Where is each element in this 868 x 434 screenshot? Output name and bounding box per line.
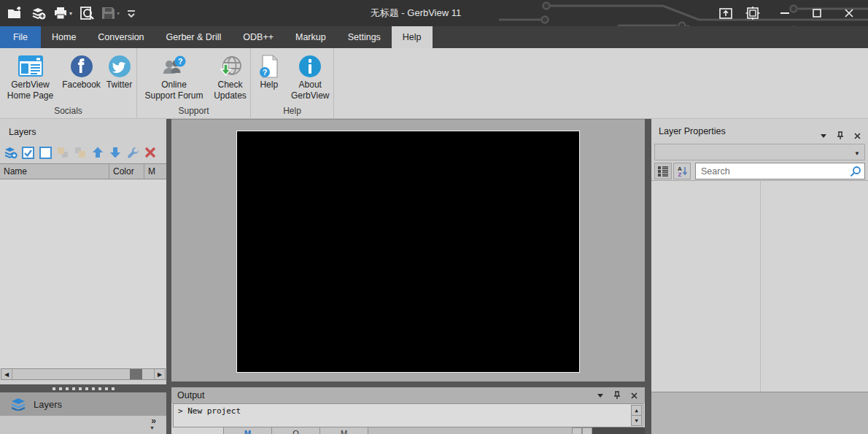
customize-quick-access-icon[interactable]	[125, 4, 137, 22]
help-button[interactable]: ? Help	[251, 48, 287, 90]
output-log[interactable]: > New project ▲ ▼	[173, 403, 643, 427]
delete-layer-icon[interactable]	[143, 145, 158, 160]
column-header-color[interactable]: Color	[109, 164, 144, 179]
output-vertical-scrollbar[interactable]: ▲ ▼	[631, 405, 642, 427]
twitter-button[interactable]: Twitter	[103, 48, 136, 90]
property-grid[interactable]	[651, 180, 868, 392]
tab-strip-end	[592, 427, 645, 434]
button-label: Online	[161, 80, 187, 90]
checked-checkbox-icon[interactable]	[20, 145, 35, 160]
support-forum-icon: ?	[161, 53, 187, 80]
browser-icon	[18, 53, 43, 80]
search-icon[interactable]	[850, 166, 861, 177]
button-label: GerbView	[291, 90, 329, 101]
group-label-support: Support	[137, 106, 250, 116]
gerbview-home-page-button[interactable]: GerbView Home Page	[1, 48, 61, 101]
tab-settings[interactable]: Settings	[337, 26, 392, 48]
tab-odb[interactable]: ODB++	[232, 26, 284, 48]
open-file-icon[interactable]	[6, 4, 24, 22]
unchecked-checkbox-icon[interactable]	[38, 145, 53, 160]
tab-gerber-drill[interactable]: Gerber & Drill	[155, 26, 233, 48]
property-grid-divider[interactable]	[760, 181, 761, 392]
move-up-icon[interactable]	[90, 145, 105, 160]
layers-icon	[10, 398, 26, 411]
left-splitter[interactable]	[166, 119, 171, 434]
sort-az-icon[interactable]: A Z	[673, 163, 691, 179]
button-label: Updates	[214, 90, 247, 101]
output-tab[interactable]: M	[224, 427, 272, 434]
document-page	[236, 131, 580, 373]
print-preview-icon[interactable]	[78, 4, 96, 22]
column-header-name[interactable]: Name	[0, 164, 109, 179]
viewer-canvas[interactable]	[171, 119, 645, 381]
svg-text:?: ?	[177, 57, 182, 66]
overflow-caret-icon[interactable]: ▼	[150, 425, 155, 430]
scroll-up-icon[interactable]: ▲	[631, 405, 642, 416]
layer-properties-titlebar: Layer Properties	[651, 123, 868, 139]
button-label: Help	[260, 80, 278, 90]
tab-label-fragment: O	[292, 429, 299, 434]
close-icon[interactable]	[629, 390, 639, 400]
layers-table-header: Name Color M	[0, 163, 166, 179]
scrollbar-thumb[interactable]	[130, 369, 142, 379]
facebook-button[interactable]: Facebook	[61, 48, 103, 90]
overflow-chevron-icon[interactable]: »	[151, 416, 156, 426]
print-dropdown-icon[interactable]: ▾	[69, 10, 72, 17]
dropdown-icon[interactable]	[818, 131, 829, 141]
print-icon[interactable]: ▾	[52, 4, 74, 22]
raise-layer-icon	[55, 145, 70, 160]
tab-scroll-buttons	[572, 427, 645, 434]
layer-select-combobox[interactable]: ▼	[654, 144, 865, 160]
add-layers-icon[interactable]	[3, 145, 18, 160]
pin-icon[interactable]	[835, 131, 845, 141]
tab-help[interactable]: Help	[392, 26, 433, 48]
move-down-icon[interactable]	[108, 145, 123, 160]
layers-panel-footer: » ▼	[0, 416, 166, 434]
output-tab[interactable]	[171, 427, 224, 434]
chevron-down-icon: ▼	[854, 150, 860, 157]
tab-markup[interactable]: Markup	[284, 26, 337, 48]
tab-scroll-right-icon[interactable]	[582, 427, 592, 434]
minimize-icon[interactable]	[770, 3, 799, 23]
online-support-forum-button[interactable]: ? Online Support Forum	[138, 48, 211, 101]
tab-conversion[interactable]: Conversion	[87, 26, 155, 48]
about-gerbview-button[interactable]: About GerbView	[287, 48, 333, 101]
layer-settings-wrench-icon[interactable]	[125, 145, 140, 160]
categorized-view-icon[interactable]	[654, 163, 672, 179]
right-splitter[interactable]	[645, 119, 651, 434]
output-panel: Output > New project ▲ ▼ M	[171, 387, 645, 434]
tab-home[interactable]: Home	[41, 26, 87, 48]
layers-list[interactable]	[0, 179, 166, 368]
save-dropdown-icon: ▾	[117, 10, 120, 17]
layers-horizontal-scrollbar[interactable]: ◀ ▶	[1, 368, 166, 380]
layer-properties-panel: Layer Properties ▼	[651, 119, 868, 434]
ribbon-display-options-icon[interactable]	[738, 3, 767, 23]
lower-layer-icon	[73, 145, 88, 160]
ribbon-help-page: GerbView Home Page Facebook	[0, 48, 868, 119]
output-tab[interactable]: O	[272, 427, 320, 434]
scroll-right-icon[interactable]: ▶	[154, 369, 165, 379]
maximize-icon[interactable]	[802, 3, 832, 23]
button-label: Facebook	[62, 80, 101, 90]
close-icon[interactable]	[852, 131, 862, 141]
tab-file[interactable]: File	[0, 26, 41, 48]
column-header-m[interactable]: M	[144, 164, 165, 179]
check-updates-button[interactable]: Check Updates	[211, 48, 250, 101]
pin-icon[interactable]	[612, 390, 622, 400]
layers-tab-label: Layers	[34, 399, 62, 410]
svg-text:Z: Z	[678, 171, 681, 177]
scrollbar-track[interactable]	[12, 369, 154, 379]
dropdown-icon[interactable]	[595, 390, 605, 400]
search-input[interactable]	[696, 163, 864, 179]
minimize-ribbon-icon[interactable]	[716, 3, 735, 23]
scroll-down-icon[interactable]: ▼	[631, 415, 642, 426]
button-label: Twitter	[106, 80, 132, 90]
output-splitter[interactable]	[171, 381, 645, 387]
layers-panel-tab[interactable]: Layers	[0, 392, 166, 416]
panel-splitter-handle[interactable]	[0, 384, 166, 392]
close-icon[interactable]	[834, 3, 864, 23]
output-tab[interactable]: M	[320, 427, 368, 434]
add-layers-icon[interactable]	[28, 4, 47, 22]
scroll-left-icon[interactable]: ◀	[1, 369, 12, 379]
tab-scroll-left-icon[interactable]	[572, 427, 582, 434]
